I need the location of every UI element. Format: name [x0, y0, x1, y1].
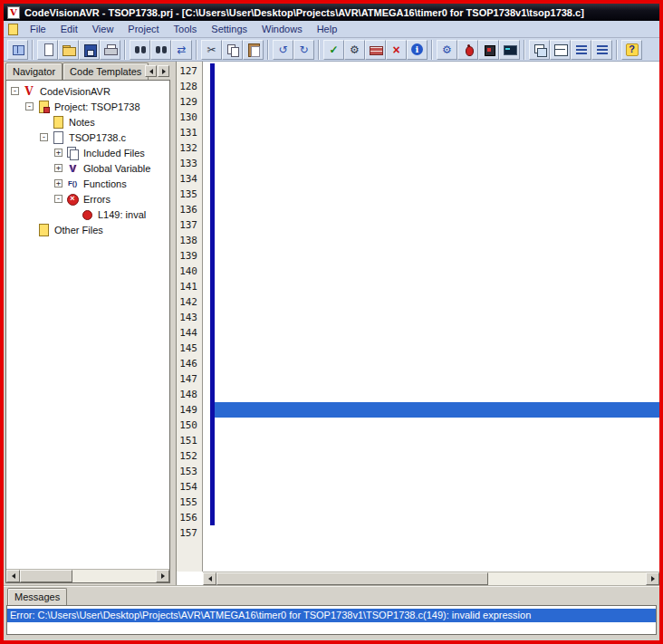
menu-file[interactable]: File	[23, 22, 53, 36]
messages-window-button[interactable]	[591, 40, 612, 60]
code-line[interactable]: 156 }	[177, 510, 659, 525]
tab-navigator[interactable]: Navigator	[5, 62, 62, 80]
code-line[interactable]: 133	[177, 156, 659, 171]
replace-button[interactable]: ⇄	[171, 40, 192, 60]
tree-item-included-files[interactable]: Included Files	[6, 145, 169, 160]
code-line[interactable]: 147 {	[177, 371, 659, 387]
code-line[interactable]: 140 ACSR=0x80;	[177, 264, 659, 279]
paste-button[interactable]	[243, 40, 264, 60]
code-line[interactable]: 131 MCUCR=0x00;	[177, 125, 659, 140]
debugger-button[interactable]	[457, 40, 478, 60]
navigator-toggle-button[interactable]	[7, 40, 28, 60]
tab-scroll-left-button[interactable]	[145, 65, 157, 77]
tree-expander[interactable]	[40, 133, 48, 141]
check-syntax-button[interactable]: ✓	[323, 40, 344, 60]
project-tree[interactable]: V CodeVisionAVR Project: TSOP1738	[6, 81, 169, 569]
scroll-track[interactable]	[488, 572, 646, 585]
code-line[interactable]: 128 // INT0: Off	[177, 79, 659, 94]
menu-edit[interactable]: Edit	[53, 22, 85, 36]
code-line[interactable]: 141 SFIOR=0x00;	[177, 279, 659, 294]
tree-expander[interactable]	[54, 179, 62, 187]
undo-button[interactable]: ↺	[273, 40, 293, 60]
code-line[interactable]: 154	[177, 479, 659, 495]
tree-expander[interactable]	[54, 195, 62, 203]
code-line[interactable]: 138 // Analog Comparator: Off	[177, 233, 659, 248]
help-button[interactable]: ?	[621, 40, 642, 60]
code-line[interactable]: 152 };	[177, 448, 659, 464]
information-button[interactable]: i	[407, 40, 428, 60]
tree-item-project[interactable]: Project: TSOP1738	[6, 99, 169, 114]
code-line[interactable]: 155 };	[177, 495, 659, 510]
tree-item-functions[interactable]: F() Functions	[6, 176, 169, 191]
chip-programmer-button[interactable]	[478, 40, 499, 60]
code-line[interactable]: 151 if(PINB.2==0)a++;	[177, 433, 659, 448]
code-line[interactable]: 157	[177, 525, 659, 541]
scroll-thumb[interactable]	[216, 572, 488, 585]
tree-item-source-file[interactable]: TSOP1738.c	[6, 130, 169, 145]
tree-item-error-l149[interactable]: L149: inval	[6, 207, 169, 222]
tree-expander[interactable]	[54, 149, 62, 157]
copy-button[interactable]	[222, 40, 243, 60]
code-line[interactable]: 129 // INT1: Off	[177, 94, 659, 110]
scroll-track[interactable]	[72, 570, 156, 582]
tree-item-codevisionavr[interactable]: V CodeVisionAVR	[6, 83, 169, 99]
tile-windows-button[interactable]	[550, 40, 571, 60]
code-editor[interactable]: 127 // External Interrupt(s) initializat…	[177, 62, 659, 572]
stop-compile-button[interactable]: ×	[386, 40, 407, 60]
code-line[interactable]: 144 #asm("sei")	[177, 325, 659, 341]
navigator-hscrollbar[interactable]	[6, 569, 169, 582]
cascade-windows-button[interactable]	[529, 40, 550, 60]
code-line[interactable]: 143 // Global enable interrupts	[177, 310, 659, 325]
tree-expander[interactable]	[11, 87, 19, 95]
editor-hscrollbar[interactable]	[203, 572, 659, 585]
tree-item-other-files[interactable]: Other Files	[6, 222, 169, 237]
tab-scroll-right-button[interactable]	[158, 65, 169, 77]
scroll-thumb[interactable]	[20, 570, 72, 582]
code-line[interactable]: 150 {	[177, 418, 659, 433]
tree-item-global-variables[interactable]: V Global Variable	[6, 160, 169, 176]
open-file-button[interactable]	[58, 40, 79, 60]
message-row[interactable]: Error: C:\Users\User\Desktop\Projects\AV…	[7, 609, 656, 622]
ide-settings-button[interactable]: ⚙	[437, 40, 457, 60]
redo-button[interactable]: ↻	[293, 40, 314, 60]
code-line[interactable]: 153	[177, 464, 659, 479]
scroll-right-button[interactable]	[646, 572, 659, 585]
scroll-right-button[interactable]	[156, 570, 169, 582]
menu-windows[interactable]: Windows	[255, 22, 310, 36]
code-line[interactable]: 149 while(!(TIFR&0x40))	[177, 402, 659, 418]
menu-view[interactable]: View	[85, 22, 121, 36]
scroll-left-button[interactable]	[203, 572, 216, 585]
tree-item-errors[interactable]: Errors	[6, 191, 169, 207]
cut-button[interactable]: ✂	[201, 40, 222, 60]
code-line[interactable]: 135 TIMSK=0x03;	[177, 187, 659, 202]
code-line[interactable]: 134 // Timer(s)/Counter(s) Interrupt(s) …	[177, 171, 659, 187]
code-line[interactable]: 136	[177, 202, 659, 217]
code-line[interactable]: 139 // Analog Comparator Input Capture b…	[177, 248, 659, 264]
code-line[interactable]: 127 // External Interrupt(s) initializat…	[177, 63, 659, 79]
code-line[interactable]: 145	[177, 341, 659, 356]
menu-tools[interactable]: Tools	[167, 22, 205, 36]
scroll-left-button[interactable]	[6, 570, 20, 582]
code-line[interactable]: 137 // Analog Comparator initialization	[177, 217, 659, 233]
build-all-button[interactable]	[365, 40, 386, 60]
find-button[interactable]	[130, 40, 150, 60]
print-button[interactable]	[100, 40, 120, 60]
code-line[interactable]: 130 // INT2: Off	[177, 110, 659, 125]
compile-button[interactable]: ⚙	[344, 40, 365, 60]
find-in-files-button[interactable]	[150, 40, 171, 60]
menu-help[interactable]: Help	[310, 22, 345, 36]
code-line[interactable]: 132 MCUCSR=0x00;	[177, 140, 659, 156]
code-line[interactable]: 148 // Place your code here	[177, 387, 659, 402]
tab-code-templates[interactable]: Code Templates	[62, 62, 149, 80]
code-line[interactable]: 142	[177, 294, 659, 310]
tree-expander[interactable]	[54, 164, 62, 172]
tree-item-notes[interactable]: Notes	[6, 114, 169, 130]
tab-messages[interactable]: Messages	[7, 588, 67, 605]
terminal-button[interactable]	[499, 40, 520, 60]
menu-project[interactable]: Project	[120, 22, 166, 36]
menu-settings[interactable]: Settings	[204, 22, 255, 36]
tree-expander[interactable]	[25, 102, 34, 111]
save-file-button[interactable]	[79, 40, 100, 60]
new-file-button[interactable]	[37, 40, 58, 60]
window-list-button[interactable]	[571, 40, 591, 60]
